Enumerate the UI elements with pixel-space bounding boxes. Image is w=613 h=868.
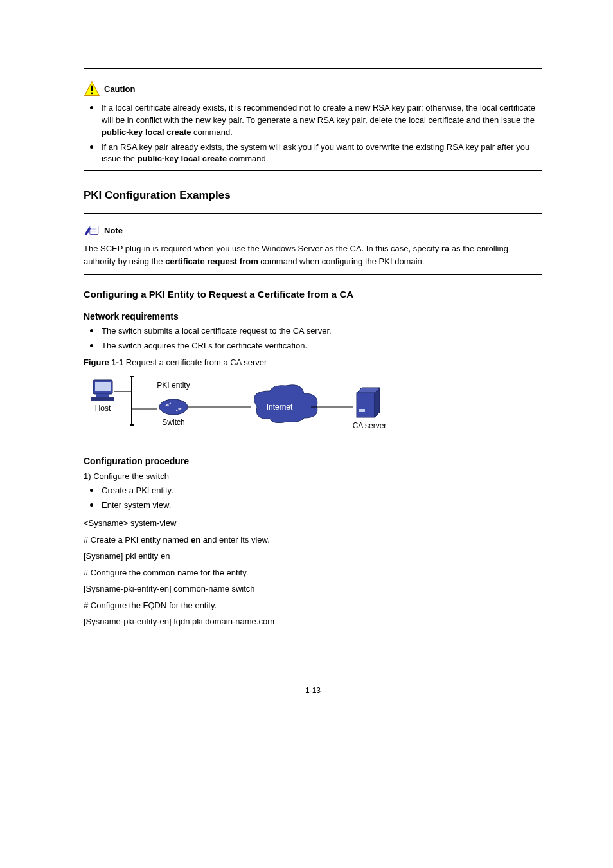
internet-label: Internet bbox=[267, 402, 293, 411]
nr-bullet-list: The switch submits a local certificate r… bbox=[84, 325, 542, 352]
svg-rect-10 bbox=[91, 397, 114, 401]
network-diagram: Host PKI entity Switch Inter bbox=[84, 374, 542, 444]
svg-point-2 bbox=[91, 93, 93, 95]
svg-rect-3 bbox=[90, 226, 98, 235]
svg-rect-1 bbox=[91, 86, 93, 91]
svg-rect-19 bbox=[357, 393, 375, 417]
ca-server-label: CA server bbox=[353, 421, 387, 430]
host-icon bbox=[91, 380, 114, 401]
figure-caption: Figure 1-1 Request a certificate from a … bbox=[84, 357, 542, 367]
code-line: <Sysname> system-view bbox=[84, 517, 542, 530]
code-line: [Sysname-pki-entity-en] common-name swit… bbox=[84, 583, 542, 595]
warning-triangle-icon bbox=[84, 80, 100, 97]
page-number: 1-13 bbox=[84, 686, 542, 695]
note-label: Note bbox=[104, 226, 123, 235]
step-1: 1) Configure the switch bbox=[84, 470, 542, 483]
caution-header: Caution bbox=[84, 80, 542, 97]
list-item: Create a PKI entity. bbox=[84, 485, 542, 497]
switch-label: Switch bbox=[162, 418, 184, 427]
note-text: The SCEP plug-in is required when you us… bbox=[84, 242, 542, 267]
code-line: [Sysname] pki entity en bbox=[84, 550, 542, 563]
example-heading: Configuring a PKI Entity to Request a Ce… bbox=[84, 289, 542, 300]
list-item: If a local certificate already exists, i… bbox=[84, 102, 542, 139]
note-header: Note bbox=[84, 223, 542, 237]
divider-top bbox=[84, 68, 542, 69]
divider-note-bottom bbox=[84, 274, 542, 275]
divider-note-top bbox=[84, 213, 542, 214]
figure-title: Request a certificate from a CA server bbox=[126, 357, 267, 367]
caution-bullet-list: If a local certificate already exists, i… bbox=[84, 102, 542, 165]
svg-rect-8 bbox=[95, 382, 111, 391]
list-item: If an RSA key pair already exists, the s… bbox=[84, 141, 542, 166]
figure-number: Figure 1-1 bbox=[84, 357, 123, 367]
code-line: [Sysname-pki-entity-en] fqdn pki.domain-… bbox=[84, 615, 542, 628]
cp-bullet-list: Create a PKI entity. Enter system view. bbox=[84, 485, 542, 512]
network-requirements-heading: Network requirements bbox=[84, 311, 542, 321]
note-hand-icon bbox=[84, 223, 100, 237]
host-label: Host bbox=[95, 404, 111, 413]
caution-label: Caution bbox=[104, 84, 135, 94]
section-heading: PKI Configuration Examples bbox=[84, 189, 542, 202]
list-item: The switch acquires the CRLs for certifi… bbox=[84, 340, 542, 352]
svg-marker-21 bbox=[375, 388, 380, 417]
server-icon bbox=[357, 388, 380, 417]
list-item: Enter system view. bbox=[84, 500, 542, 512]
svg-rect-22 bbox=[359, 409, 365, 412]
config-procedure-heading: Configuration procedure bbox=[84, 456, 542, 466]
pki-entity-label: PKI entity bbox=[157, 381, 190, 390]
code-comment: # Configure the FQDN for the entity. bbox=[84, 599, 542, 612]
svg-point-16 bbox=[159, 399, 188, 415]
divider-caution-bottom bbox=[84, 170, 542, 171]
code-comment: # Create a PKI entity named en and enter… bbox=[84, 534, 542, 547]
code-comment: # Configure the common name for the enti… bbox=[84, 566, 542, 579]
svg-rect-9 bbox=[96, 394, 109, 397]
switch-icon bbox=[159, 399, 188, 415]
list-item: The switch submits a local certificate r… bbox=[84, 325, 542, 338]
